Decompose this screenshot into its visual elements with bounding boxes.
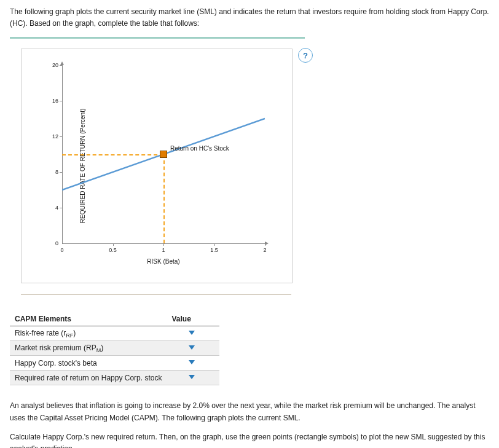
sml-chart: ? REQUIRED RATE OF RETURN (Percent) RISK… <box>21 49 293 283</box>
x-tick-label: 1 <box>162 247 165 253</box>
capm-table: CAPM Elements Value Risk-free rate (rRF)… <box>10 312 219 385</box>
y-tick-label: 12 <box>52 133 58 140</box>
table-row: Market risk premium (RPM) <box>10 341 219 356</box>
y-tick-label: 20 <box>52 62 58 68</box>
y-tick-label: 4 <box>55 205 58 211</box>
col-header-elements: CAPM Elements <box>10 312 167 326</box>
hc-stock-marker[interactable] <box>160 151 167 158</box>
divider-thin <box>21 294 291 295</box>
table-row: Required rate of return on Happy Corp. s… <box>10 371 219 385</box>
divider-accent <box>10 37 305 39</box>
value-dropdown[interactable] <box>171 372 196 381</box>
y-tick-label: 16 <box>52 98 58 104</box>
row-label: Required rate of return on Happy Corp. s… <box>10 371 167 385</box>
value-dropdown[interactable] <box>171 343 196 352</box>
dashed-vertical <box>163 154 165 243</box>
x-tick-label: 1.5 <box>210 247 218 253</box>
x-tick-label: 0.5 <box>109 247 117 253</box>
help-icon[interactable]: ? <box>298 48 313 63</box>
x-tick-label: 0 <box>60 247 63 253</box>
table-row: Happy Corp. stock's beta <box>10 356 219 371</box>
hc-stock-annotation: Return on HC's Stock <box>170 145 229 152</box>
col-header-value: Value <box>167 312 219 326</box>
plot-area: 20 16 12 8 4 0 0 0.5 1 1.5 2 Return on H… <box>62 65 265 243</box>
value-dropdown[interactable] <box>171 358 196 366</box>
y-tick-label: 0 <box>55 240 58 246</box>
followup-text-2: Calculate Happy Corp.'s new required ret… <box>10 431 489 448</box>
row-label: Market risk premium (RPM) <box>10 341 167 356</box>
x-axis-label: RISK (Beta) <box>62 258 265 265</box>
value-dropdown[interactable] <box>171 328 196 337</box>
row-label: Happy Corp. stock's beta <box>10 356 167 371</box>
x-tick-label: 2 <box>263 247 266 253</box>
table-row: Risk-free rate (rRF) <box>10 326 219 341</box>
row-label: Risk-free rate (rRF) <box>10 326 167 341</box>
intro-text: The following graph plots the current se… <box>10 6 489 29</box>
y-tick-label: 8 <box>55 169 58 175</box>
dashed-horizontal <box>62 154 163 155</box>
followup-text-1: An analyst believes that inflation is go… <box>10 400 489 423</box>
